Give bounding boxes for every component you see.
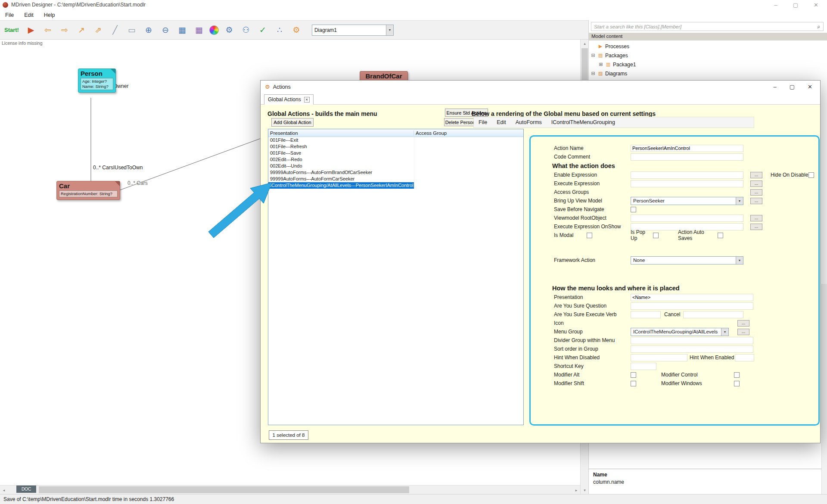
zoom-out-icon[interactable]: ⊖ <box>159 24 172 37</box>
ellipsis-button[interactable]: ... <box>750 189 762 196</box>
shortcut-key-field[interactable] <box>631 363 656 370</box>
table-row-selected[interactable]: IControlTheMenuGrouping/AtAllLevels---Pe… <box>268 182 523 189</box>
draw-dependency-icon[interactable]: ╱ <box>109 24 121 37</box>
nav-forward-icon[interactable]: ⇨ <box>58 24 71 37</box>
presentation-field[interactable] <box>631 294 753 301</box>
expand-icon[interactable]: ⊞ <box>598 62 603 67</box>
ellipsis-button[interactable]: ... <box>737 329 749 335</box>
class-car[interactable]: Car RegistrationNumber: String? <box>56 181 120 200</box>
scroll-left-icon[interactable]: ◂ <box>0 485 8 495</box>
sort-order-field[interactable] <box>631 345 753 353</box>
enable-expression-field[interactable] <box>631 171 743 179</box>
collapse-icon[interactable]: ⊟ <box>591 53 596 58</box>
canvas-horizontal-scrollbar[interactable]: ◂ ▸ <box>0 485 580 494</box>
execute-expression-field[interactable] <box>631 180 743 187</box>
draw-association-icon[interactable]: ↗ <box>75 24 88 37</box>
diagram-selector[interactable]: Diagram1 ▼ <box>312 25 394 36</box>
class-person[interactable]: Person Age: Integer? Name: String? <box>78 68 116 93</box>
validate-icon[interactable]: ✓ <box>256 24 269 37</box>
table-row[interactable]: 001File---Exit <box>268 137 523 143</box>
scroll-up-icon[interactable]: ▴ <box>581 40 589 47</box>
modifier-control-checkbox[interactable] <box>734 372 740 378</box>
nav-back-icon[interactable]: ⇦ <box>41 24 54 37</box>
is-modal-checkbox[interactable] <box>587 233 592 238</box>
matrix-view-icon[interactable]: ▦ <box>193 24 205 37</box>
search-icon[interactable]: ⌕ <box>815 23 823 30</box>
add-global-action-button[interactable]: Add Global Action <box>271 118 314 127</box>
is-pop-up-checkbox[interactable] <box>653 233 659 238</box>
tree-item-diagrams[interactable]: ⊟ ▨ Diagrams <box>591 69 823 78</box>
scroll-right-icon[interactable]: ▸ <box>572 485 580 495</box>
tree-item-package1[interactable]: ⊞ ▥ Package1 <box>591 60 823 69</box>
menu-group-select[interactable]: IControlTheMenuGrouping/AtAllLevels ▼ <box>631 328 729 336</box>
dialog-maximize-button[interactable]: ▢ <box>790 84 795 90</box>
ellipsis-button[interactable]: ... <box>750 224 762 230</box>
start-button[interactable]: Start! <box>3 27 21 33</box>
run-icon[interactable]: ▶ <box>25 24 37 37</box>
tab-global-actions[interactable]: Global Actions ✕ <box>264 94 314 105</box>
framework-action-select[interactable]: None ▼ <box>631 256 743 264</box>
menu-edit[interactable]: Edit <box>24 12 34 18</box>
rendered-menu-autoforms[interactable]: AutoForms <box>511 119 547 125</box>
table-row[interactable]: 99999AutoForms---AutoFormBrandOfCarSeeke… <box>268 169 523 176</box>
actor-settings-icon[interactable]: ⚙ <box>223 24 236 37</box>
tab-close-icon[interactable]: ✕ <box>304 97 310 103</box>
modifier-shift-checkbox[interactable] <box>631 381 636 386</box>
rendered-menu-file[interactable]: File <box>474 119 492 125</box>
maximize-button[interactable]: ▢ <box>793 2 798 8</box>
property-name-value[interactable]: column.name <box>593 479 823 485</box>
rendered-menu-icontrol[interactable]: IControlTheMenuGrouping <box>547 119 620 125</box>
table-row[interactable]: 99999AutoForms---AutoFormCarSeeker <box>268 176 523 182</box>
tree-item-packages[interactable]: ⊟ ▨ Packages <box>591 51 823 60</box>
are-you-sure-execute-verb-field[interactable] <box>631 311 661 318</box>
modifier-windows-checkbox[interactable] <box>734 381 740 386</box>
table-row[interactable]: 001File---Save <box>268 150 523 156</box>
collapse-icon[interactable]: ⊟ <box>591 71 596 76</box>
bring-up-view-model-select[interactable]: PersonSeeker ▼ <box>631 197 743 205</box>
hide-on-disable-checkbox[interactable] <box>808 172 814 178</box>
tree-item-processes[interactable]: ▶ Processes <box>591 42 823 51</box>
doc-tab[interactable]: DOC <box>16 485 36 493</box>
color-wheel-icon[interactable] <box>209 25 219 35</box>
menu-help[interactable]: Help <box>44 12 55 18</box>
table-header[interactable]: Presentation Access Group <box>268 129 523 137</box>
ellipsis-button[interactable]: ... <box>737 320 749 327</box>
ellipsis-button[interactable]: ... <box>750 172 762 178</box>
sidebar-scrollbar[interactable] <box>821 284 827 504</box>
hint-when-disabled-field[interactable] <box>631 354 687 361</box>
minimize-button[interactable]: – <box>774 2 777 8</box>
action-name-field[interactable] <box>631 145 743 152</box>
table-row[interactable]: 002Edit---Redo <box>268 156 523 163</box>
ellipsis-button[interactable]: ... <box>750 215 762 221</box>
draw-association-class-icon[interactable]: ⇗ <box>92 24 105 37</box>
table-row[interactable]: 002Edit---Undo <box>268 163 523 169</box>
zoom-in-icon[interactable]: ⊕ <box>142 24 155 37</box>
dialog-titlebar[interactable]: ⚙ Actions – ▢ ✕ <box>261 81 820 93</box>
column-presentation[interactable]: Presentation <box>268 131 414 136</box>
modifier-alt-checkbox[interactable] <box>631 372 636 378</box>
dialog-minimize-button[interactable]: – <box>774 84 777 90</box>
table-row[interactable]: 001File---Refresh <box>268 143 523 150</box>
settings-gear-icon[interactable]: ⚙ <box>290 24 303 37</box>
ellipsis-button[interactable]: ... <box>750 198 762 204</box>
action-auto-saves-checkbox[interactable] <box>718 233 723 238</box>
menu-file[interactable]: File <box>5 12 14 18</box>
close-button[interactable]: ✕ <box>814 2 818 8</box>
org-chart-icon[interactable]: ∴ <box>273 24 286 37</box>
save-before-navigate-checkbox[interactable] <box>631 207 636 212</box>
horizontal-scroll-thumb[interactable] <box>39 486 409 493</box>
column-access-group[interactable]: Access Group <box>414 131 523 136</box>
select-rectangle-icon[interactable]: ▭ <box>125 24 138 37</box>
cancel-verb-field[interactable] <box>683 311 743 318</box>
viewmodel-rootobject-field[interactable] <box>631 215 743 222</box>
dialog-close-button[interactable]: ✕ <box>808 84 812 90</box>
scroll-down-icon[interactable]: ▾ <box>581 486 589 494</box>
divider-group-field[interactable] <box>631 337 753 344</box>
grid-view-icon[interactable]: ▦ <box>176 24 189 37</box>
rendered-menu-edit[interactable]: Edit <box>492 119 511 125</box>
ellipsis-button[interactable]: ... <box>750 180 762 187</box>
access-groups-icon[interactable]: ⚇ <box>239 24 252 37</box>
search-input[interactable] <box>591 24 815 29</box>
are-you-sure-question-field[interactable] <box>631 302 753 310</box>
hint-when-enabled-field[interactable] <box>735 354 754 361</box>
